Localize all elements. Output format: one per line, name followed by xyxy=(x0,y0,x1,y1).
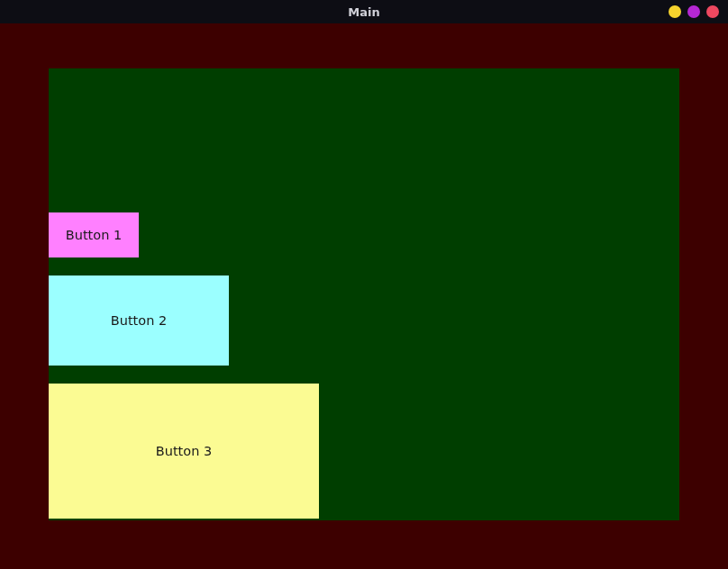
button-1[interactable]: Button 1 xyxy=(49,212,139,257)
button-3[interactable]: Button 3 xyxy=(49,384,319,519)
window-controls xyxy=(669,5,719,18)
button-2-label: Button 2 xyxy=(111,313,167,328)
content-panel: Button 1 Button 2 Button 3 xyxy=(49,68,679,520)
button-2[interactable]: Button 2 xyxy=(49,275,229,366)
maximize-icon[interactable] xyxy=(687,5,700,18)
button-1-label: Button 1 xyxy=(66,228,122,242)
minimize-icon[interactable] xyxy=(669,5,681,18)
close-icon[interactable] xyxy=(706,5,719,18)
client-area: Button 1 Button 2 Button 3 xyxy=(0,23,728,569)
button-3-label: Button 3 xyxy=(156,444,212,458)
titlebar: Main xyxy=(0,0,728,23)
window-title: Main xyxy=(348,5,379,19)
